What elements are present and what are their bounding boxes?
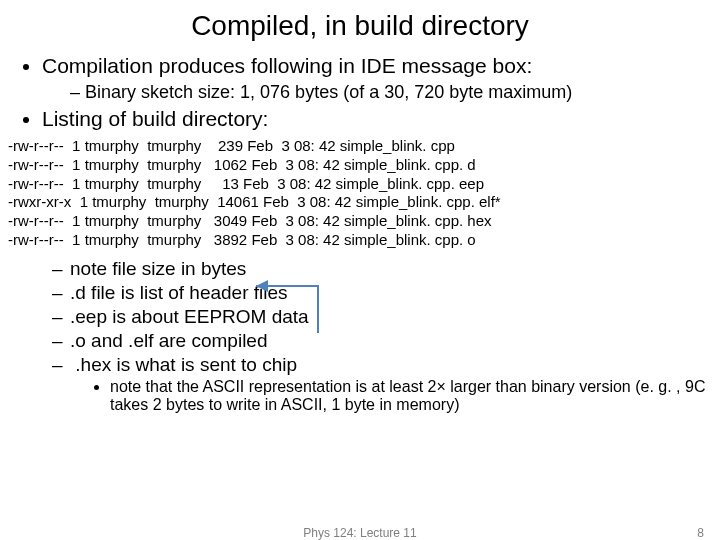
directory-listing: -rw-r--r-- 1 tmurphy tmurphy 239 Feb 3 0… xyxy=(8,137,720,250)
slide-title: Compiled, in build directory xyxy=(0,10,720,42)
note-o-elf: .o and .elf are compiled xyxy=(70,330,720,352)
bullet-text: Compilation produces following in IDE me… xyxy=(42,54,532,77)
footer-center: Phys 124: Lecture 11 xyxy=(0,526,720,540)
note-d-file: .d file is list of header files xyxy=(70,282,720,304)
listing-line: -rw-r--r-- 1 tmurphy tmurphy 3049 Feb 3 … xyxy=(8,212,492,229)
note-filesize: note file size in bytes xyxy=(70,258,720,280)
note-eep: .eep is about EEPROM data xyxy=(70,306,720,328)
notes-list: note file size in bytes .d file is list … xyxy=(70,258,720,414)
listing-line: -rw-r--r-- 1 tmurphy tmurphy 1062 Feb 3 … xyxy=(8,156,476,173)
page-number: 8 xyxy=(697,526,704,540)
bullet-listing: Listing of build directory: xyxy=(42,107,720,131)
note-ascii: note that the ASCII representation is at… xyxy=(110,378,720,414)
note-hex: .hex is what is sent to chip note that t… xyxy=(70,354,720,414)
sub-notes-list: note that the ASCII representation is at… xyxy=(110,378,720,414)
listing-line: -rw-r--r-- 1 tmurphy tmurphy 3892 Feb 3 … xyxy=(8,231,476,248)
bullet-binary-size: Binary sketch size: 1, 076 bytes (of a 3… xyxy=(70,82,720,103)
slide: Compiled, in build directory Compilation… xyxy=(0,10,720,540)
note-hex-text: .hex is what is sent to chip xyxy=(75,354,297,375)
bullet-list: Compilation produces following in IDE me… xyxy=(42,54,720,131)
listing-line: -rw-r--r-- 1 tmurphy tmurphy 239 Feb 3 0… xyxy=(8,137,455,154)
sub-bullet-list: Binary sketch size: 1, 076 bytes (of a 3… xyxy=(70,82,720,103)
listing-line: -rwxr-xr-x 1 tmurphy tmurphy 14061 Feb 3… xyxy=(8,193,501,210)
bullet-compilation: Compilation produces following in IDE me… xyxy=(42,54,720,103)
listing-line: -rw-r--r-- 1 tmurphy tmurphy 13 Feb 3 08… xyxy=(8,175,484,192)
